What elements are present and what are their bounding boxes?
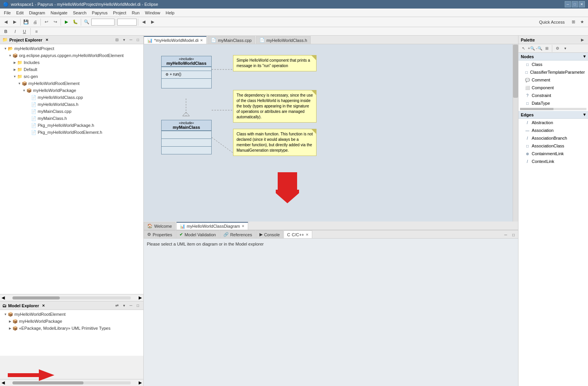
palette-item-assocclass[interactable]: □ AssociationClass [518,142,588,150]
tree-item-myHelloWorldProject[interactable]: ▼ 📂 myHelloWorldProject [0,45,143,52]
toolbar-redo-btn[interactable]: ↪ [51,18,59,26]
lb-scroll-right[interactable]: ▶ [137,380,143,385]
tab-console[interactable]: ▶ Console [256,230,283,238]
menu-diagram[interactable]: Diagram [27,10,48,16]
palette-expand-btn[interactable]: ▶ [579,37,586,43]
toolbar-save-btn[interactable]: 💾 [22,18,30,26]
tab-validation[interactable]: ✔ Model Validation [176,230,219,238]
palette-zoom-in-btn[interactable]: +🔍 [528,45,535,52]
me-item-primitives[interactable]: ▶ 📦 «EPackage, ModelLibrary» UML Primiti… [0,325,143,332]
palette-item-association[interactable]: — Association [518,126,588,134]
tree-item-org[interactable]: ▼ 📦 org.eclipse.papyrus.cppgen.myHelloWo… [0,52,143,59]
me-item-pkg[interactable]: ▶ 📦 myHelloWorldPackage [0,318,143,325]
uml-class-mainclass[interactable]: «Include» myMainClass [161,120,212,154]
menu-window[interactable]: Window [143,10,162,16]
me-sync-btn[interactable]: ⇄ [114,303,120,309]
palette-settings-btn[interactable]: ⚙ [554,45,561,52]
uml-class-helloworld[interactable]: «Include» myHelloWorldClass ⚙ + run() [161,56,212,88]
toolbar-undo-btn[interactable]: ↩ [42,18,50,26]
toolbar-nav-prev[interactable]: ◀ [139,18,148,26]
toolbar-perspective-btn[interactable]: ⊞ [569,18,578,26]
toolbar-print-btn[interactable]: 🖨 [31,18,39,26]
maximize-button[interactable]: □ [572,1,578,7]
toolbar-nav-next[interactable]: ▶ [148,18,157,26]
toolbar2-align[interactable]: ≡ [32,27,41,36]
me-toggle-prim[interactable]: ▶ [8,327,12,330]
palette-item-datatype[interactable]: □ DataType [518,99,588,107]
palette-item-constraint[interactable]: ? Constraint [518,92,588,99]
palette-scrollbar[interactable] [520,108,586,110]
tab-di-close[interactable]: ✕ [200,38,203,42]
diagram-vscrollbar[interactable] [513,44,518,222]
tree-item-file2[interactable]: 📄 myHelloWorldClass.h [0,101,143,108]
tab-h[interactable]: 📄 myHelloWorldClass.h [256,36,311,44]
tree-item-file5[interactable]: 📄 Pkg_myHelloWorldPackage.h [0,122,143,129]
tree-item-srcgen[interactable]: ▼ 📁 src-gen [0,73,143,80]
menu-file[interactable]: File [2,10,13,16]
tab-di[interactable]: 📊 *myHelloWorldModel.di ✕ [144,36,207,44]
minimize-button[interactable]: ─ [565,1,571,7]
toggle-default[interactable]: ▶ [12,68,17,71]
tab-classdiagram[interactable]: 📊 myHelloWorldClassDiagram ✕ [176,222,248,230]
me-min-btn[interactable]: ─ [128,303,134,309]
menu-navigate[interactable]: Navigate [48,10,70,16]
palette-dropdown-btn[interactable]: ▾ [562,45,569,52]
palette-item-contextlink[interactable]: / ContextLink [518,158,588,165]
me-toggle-root[interactable]: ▼ [3,313,8,316]
toolbar-fwd-btn[interactable]: ▶ [10,18,19,26]
close-button[interactable]: ✕ [579,1,585,7]
palette-nodes-header[interactable]: Nodes ▾ [518,53,588,61]
menu-papyrus[interactable]: Papyrus [90,10,110,16]
bottom-min-btn[interactable]: ─ [503,232,509,238]
tab-cd-close[interactable]: ✕ [242,224,245,228]
toolbar-debug-btn[interactable]: 🐛 [71,18,80,26]
toggle-root[interactable]: ▼ [17,82,22,85]
toolbar-bookmarks-btn[interactable]: ★ [578,18,586,26]
toolbar-search-btn[interactable]: 🔍 [82,18,91,26]
toolbar2-italic[interactable]: I [11,27,19,36]
tab-cpp[interactable]: 📄 myMainClass.cpp [207,36,255,44]
pe-collapse-btn[interactable]: ⊟ [114,37,120,43]
toggle-project[interactable]: ▼ [3,47,8,50]
lb-scroll-left[interactable]: ◀ [0,380,6,385]
palette-select-tool[interactable]: ↖ [520,45,527,52]
menu-help[interactable]: Help [163,10,177,16]
tree-item-rootelement[interactable]: ▼ 📦 myHelloWorldRootElement [0,80,143,87]
pe-max-btn[interactable]: □ [135,37,141,43]
pe-menu-btn[interactable]: ▾ [121,37,127,43]
menu-search[interactable]: Search [71,10,89,16]
toolbar2-bold[interactable]: B [2,27,10,36]
menu-edit[interactable]: Edit [14,10,26,16]
me-max-btn[interactable]: □ [135,303,141,309]
palette-item-abstraction[interactable]: / Abstraction [518,119,588,126]
palette-item-assocbranch[interactable]: / AssociationBranch [518,134,588,142]
tab-cpp-bottom[interactable]: C C/C++ ✕ [284,230,312,238]
title-bar-controls[interactable]: ─ □ ✕ [565,1,585,7]
menu-run[interactable]: Run [129,10,142,16]
pe-min-btn[interactable]: ─ [128,37,134,43]
tree-item-file4[interactable]: 📄 myMainClass.h [0,115,143,122]
toggle-org[interactable]: ▼ [8,54,12,57]
me-filter-btn[interactable]: ▾ [121,303,127,309]
bottom-max-btn[interactable]: □ [510,232,517,238]
tree-item-file1[interactable]: 📄 myHelloWorldClass.cpp [0,94,143,101]
tab-references[interactable]: 🔗 References [220,230,256,238]
palette-edges-header[interactable]: Edges ▾ [518,111,588,119]
tab-cpp-close[interactable]: ✕ [306,233,309,237]
toolbar-run-btn[interactable]: ▶ [62,18,71,26]
scroll-track-h[interactable] [12,296,131,299]
tab-properties[interactable]: ⚙ Properties [144,230,176,238]
menu-project[interactable]: Project [111,10,129,16]
me-item-root[interactable]: ▼ 📦 myHelloWorldRootElement [0,311,143,318]
palette-fit-btn[interactable]: ⊞ [543,45,550,52]
toolbar-search-input[interactable] [91,19,115,26]
tree-item-file6[interactable]: 📄 Pkg_myHelloWorldRootElement.h [0,129,143,136]
zoom-input[interactable]: 100% [117,19,137,26]
toggle-includes[interactable]: ▶ [12,61,17,64]
tab-welcome[interactable]: 🏠 Welcome [144,222,176,230]
toggle-package[interactable]: ▼ [22,89,26,92]
palette-item-classifier[interactable]: □ ClassifierTemplateParameter [518,68,588,76]
toolbar2-underline[interactable]: U [20,27,29,36]
tree-item-package[interactable]: ▼ 📦 myHelloWorldPackage [0,87,143,94]
palette-item-component[interactable]: ⬜ Component [518,84,588,92]
